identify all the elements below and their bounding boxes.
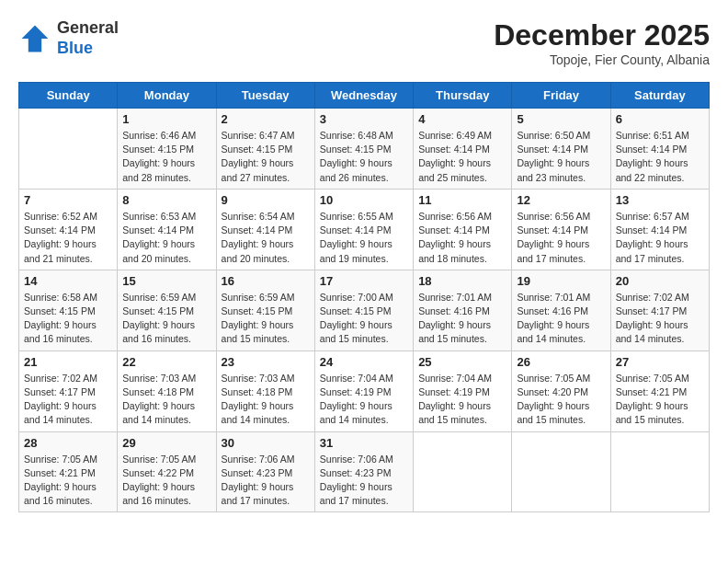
day-number: 11 xyxy=(418,193,506,207)
day-info: Sunrise: 7:05 AM Sunset: 4:21 PM Dayligh… xyxy=(616,372,704,428)
day-number: 15 xyxy=(122,274,210,288)
day-number: 22 xyxy=(122,355,210,369)
calendar-cell: 26Sunrise: 7:05 AM Sunset: 4:20 PM Dayli… xyxy=(512,350,610,431)
calendar-cell: 9Sunrise: 6:54 AM Sunset: 4:14 PM Daylig… xyxy=(216,189,314,270)
calendar-cell: 11Sunrise: 6:56 AM Sunset: 4:14 PM Dayli… xyxy=(414,189,512,270)
calendar-cell: 19Sunrise: 7:01 AM Sunset: 4:16 PM Dayli… xyxy=(512,270,610,350)
day-info: Sunrise: 7:05 AM Sunset: 4:20 PM Dayligh… xyxy=(517,372,605,428)
month-title: December 2025 xyxy=(494,18,710,52)
day-number: 3 xyxy=(320,112,408,126)
day-info: Sunrise: 7:04 AM Sunset: 4:19 PM Dayligh… xyxy=(418,372,506,428)
calendar-cell: 16Sunrise: 6:59 AM Sunset: 4:15 PM Dayli… xyxy=(216,270,314,350)
day-info: Sunrise: 6:53 AM Sunset: 4:14 PM Dayligh… xyxy=(122,210,210,266)
day-info: Sunrise: 7:02 AM Sunset: 4:17 PM Dayligh… xyxy=(24,372,112,428)
weekday-header: Monday xyxy=(118,83,216,109)
day-number: 17 xyxy=(320,274,408,288)
day-info: Sunrise: 7:01 AM Sunset: 4:16 PM Dayligh… xyxy=(418,291,506,347)
calendar-cell: 1Sunrise: 6:46 AM Sunset: 4:15 PM Daylig… xyxy=(118,109,216,190)
day-number: 4 xyxy=(418,112,506,126)
day-info: Sunrise: 7:02 AM Sunset: 4:17 PM Dayligh… xyxy=(616,291,704,347)
day-number: 20 xyxy=(616,274,704,288)
day-number: 16 xyxy=(222,274,310,288)
day-number: 2 xyxy=(222,112,310,126)
logo-text: General Blue xyxy=(57,18,119,58)
calendar-cell: 6Sunrise: 6:51 AM Sunset: 4:14 PM Daylig… xyxy=(610,109,709,190)
logo: General Blue xyxy=(18,18,119,58)
calendar-table: SundayMondayTuesdayWednesdayThursdayFrid… xyxy=(18,82,710,512)
calendar-cell xyxy=(19,109,118,190)
calendar-cell: 23Sunrise: 7:03 AM Sunset: 4:18 PM Dayli… xyxy=(216,350,314,431)
page-header: General Blue December 2025 Topoje, Fier … xyxy=(18,18,710,67)
calendar-week-row: 14Sunrise: 6:58 AM Sunset: 4:15 PM Dayli… xyxy=(19,270,710,350)
day-number: 27 xyxy=(616,355,704,369)
weekday-header: Sunday xyxy=(19,83,118,109)
day-info: Sunrise: 7:03 AM Sunset: 4:18 PM Dayligh… xyxy=(122,372,210,428)
day-info: Sunrise: 6:57 AM Sunset: 4:14 PM Dayligh… xyxy=(616,210,704,266)
calendar-cell: 24Sunrise: 7:04 AM Sunset: 4:19 PM Dayli… xyxy=(314,350,413,431)
day-number: 8 xyxy=(122,193,210,207)
day-info: Sunrise: 6:59 AM Sunset: 4:15 PM Dayligh… xyxy=(122,291,210,347)
day-number: 7 xyxy=(24,193,112,207)
day-info: Sunrise: 6:50 AM Sunset: 4:14 PM Dayligh… xyxy=(517,129,605,185)
calendar-week-row: 28Sunrise: 7:05 AM Sunset: 4:21 PM Dayli… xyxy=(19,431,710,512)
calendar-cell: 10Sunrise: 6:55 AM Sunset: 4:14 PM Dayli… xyxy=(314,189,413,270)
day-number: 13 xyxy=(616,193,704,207)
calendar-cell: 29Sunrise: 7:05 AM Sunset: 4:22 PM Dayli… xyxy=(118,431,216,512)
calendar-cell: 13Sunrise: 6:57 AM Sunset: 4:14 PM Dayli… xyxy=(610,189,709,270)
svg-marker-0 xyxy=(22,25,49,52)
day-number: 19 xyxy=(517,274,605,288)
day-info: Sunrise: 6:54 AM Sunset: 4:14 PM Dayligh… xyxy=(222,210,310,266)
weekday-header: Tuesday xyxy=(216,83,314,109)
calendar-cell: 18Sunrise: 7:01 AM Sunset: 4:16 PM Dayli… xyxy=(414,270,512,350)
day-number: 29 xyxy=(122,436,210,450)
calendar-cell: 3Sunrise: 6:48 AM Sunset: 4:15 PM Daylig… xyxy=(314,109,413,190)
calendar-week-row: 21Sunrise: 7:02 AM Sunset: 4:17 PM Dayli… xyxy=(19,350,710,431)
day-number: 10 xyxy=(320,193,408,207)
day-info: Sunrise: 6:46 AM Sunset: 4:15 PM Dayligh… xyxy=(122,129,210,185)
calendar-cell: 27Sunrise: 7:05 AM Sunset: 4:21 PM Dayli… xyxy=(610,350,709,431)
day-number: 21 xyxy=(24,355,112,369)
calendar-cell: 31Sunrise: 7:06 AM Sunset: 4:23 PM Dayli… xyxy=(314,431,413,512)
day-number: 28 xyxy=(24,436,112,450)
calendar-cell: 2Sunrise: 6:47 AM Sunset: 4:15 PM Daylig… xyxy=(216,109,314,190)
calendar-cell: 5Sunrise: 6:50 AM Sunset: 4:14 PM Daylig… xyxy=(512,109,610,190)
calendar-cell: 22Sunrise: 7:03 AM Sunset: 4:18 PM Dayli… xyxy=(118,350,216,431)
calendar-cell: 14Sunrise: 6:58 AM Sunset: 4:15 PM Dayli… xyxy=(19,270,118,350)
day-info: Sunrise: 6:55 AM Sunset: 4:14 PM Dayligh… xyxy=(320,210,408,266)
day-number: 14 xyxy=(24,274,112,288)
day-info: Sunrise: 6:52 AM Sunset: 4:14 PM Dayligh… xyxy=(24,210,112,266)
day-info: Sunrise: 7:05 AM Sunset: 4:22 PM Dayligh… xyxy=(122,453,210,509)
day-info: Sunrise: 7:00 AM Sunset: 4:15 PM Dayligh… xyxy=(320,291,408,347)
day-info: Sunrise: 6:56 AM Sunset: 4:14 PM Dayligh… xyxy=(418,210,506,266)
calendar-cell: 15Sunrise: 6:59 AM Sunset: 4:15 PM Dayli… xyxy=(118,270,216,350)
day-info: Sunrise: 7:04 AM Sunset: 4:19 PM Dayligh… xyxy=(320,372,408,428)
calendar-cell: 20Sunrise: 7:02 AM Sunset: 4:17 PM Dayli… xyxy=(610,270,709,350)
day-info: Sunrise: 7:06 AM Sunset: 4:23 PM Dayligh… xyxy=(320,453,408,509)
title-block: December 2025 Topoje, Fier County, Alban… xyxy=(494,18,710,67)
day-number: 1 xyxy=(122,112,210,126)
location-subtitle: Topoje, Fier County, Albania xyxy=(494,52,710,67)
calendar-cell xyxy=(512,431,610,512)
day-info: Sunrise: 7:05 AM Sunset: 4:21 PM Dayligh… xyxy=(24,453,112,509)
day-number: 30 xyxy=(222,436,310,450)
day-number: 23 xyxy=(222,355,310,369)
calendar-cell: 4Sunrise: 6:49 AM Sunset: 4:14 PM Daylig… xyxy=(414,109,512,190)
weekday-header: Friday xyxy=(512,83,610,109)
day-info: Sunrise: 7:03 AM Sunset: 4:18 PM Dayligh… xyxy=(222,372,310,428)
calendar-cell: 25Sunrise: 7:04 AM Sunset: 4:19 PM Dayli… xyxy=(414,350,512,431)
calendar-week-row: 1Sunrise: 6:46 AM Sunset: 4:15 PM Daylig… xyxy=(19,109,710,190)
calendar-cell: 28Sunrise: 7:05 AM Sunset: 4:21 PM Dayli… xyxy=(19,431,118,512)
calendar-cell: 30Sunrise: 7:06 AM Sunset: 4:23 PM Dayli… xyxy=(216,431,314,512)
day-info: Sunrise: 7:01 AM Sunset: 4:16 PM Dayligh… xyxy=(517,291,605,347)
day-number: 26 xyxy=(517,355,605,369)
day-number: 18 xyxy=(418,274,506,288)
day-info: Sunrise: 6:49 AM Sunset: 4:14 PM Dayligh… xyxy=(418,129,506,185)
day-info: Sunrise: 6:48 AM Sunset: 4:15 PM Dayligh… xyxy=(320,129,408,185)
day-number: 6 xyxy=(616,112,704,126)
day-info: Sunrise: 7:06 AM Sunset: 4:23 PM Dayligh… xyxy=(222,453,310,509)
calendar-week-row: 7Sunrise: 6:52 AM Sunset: 4:14 PM Daylig… xyxy=(19,189,710,270)
day-info: Sunrise: 6:58 AM Sunset: 4:15 PM Dayligh… xyxy=(24,291,112,347)
day-info: Sunrise: 6:47 AM Sunset: 4:15 PM Dayligh… xyxy=(222,129,310,185)
calendar-cell: 8Sunrise: 6:53 AM Sunset: 4:14 PM Daylig… xyxy=(118,189,216,270)
calendar-cell xyxy=(610,431,709,512)
